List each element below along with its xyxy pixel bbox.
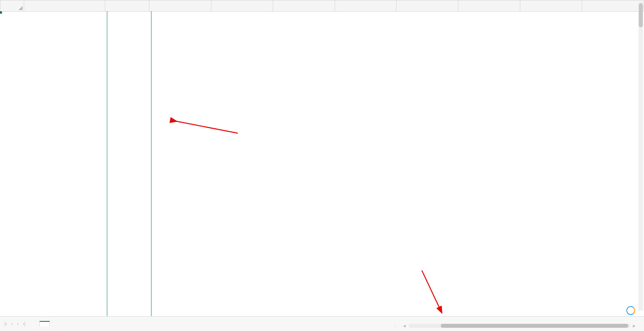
- tab-nav-prev-icon[interactable]: ‹: [10, 320, 14, 327]
- svg-line-0: [176, 121, 238, 133]
- svg-line-1: [422, 270, 441, 311]
- tab-nav-buttons: |‹ ‹ › ›|: [0, 320, 30, 327]
- watermark-logo-icon: [626, 306, 635, 315]
- col-head-F[interactable]: [273, 0, 335, 12]
- horizontal-scroll-thumb[interactable]: [441, 324, 628, 328]
- hscroll-left-icon[interactable]: ◄: [400, 323, 409, 328]
- tab-nav-last-icon[interactable]: ›|: [21, 320, 27, 327]
- hscroll-right-icon[interactable]: ►: [630, 323, 638, 328]
- column-selection-overlay: [107, 11, 151, 316]
- col-head-I[interactable]: [458, 0, 520, 12]
- column-header-row: [0, 0, 644, 12]
- tab-nav-next-icon[interactable]: ›: [16, 320, 20, 327]
- col-head-J[interactable]: [520, 0, 582, 12]
- select-all-corner[interactable]: [0, 0, 24, 12]
- col-head-G[interactable]: [335, 0, 397, 12]
- vertical-scroll-thumb[interactable]: [639, 3, 643, 27]
- col-head-H[interactable]: [397, 0, 458, 12]
- spreadsheet-area: [0, 0, 644, 316]
- annotation-arrow-2: [417, 268, 449, 316]
- horizontal-scroll-region: ⋮ ◄ ►: [393, 323, 638, 329]
- vertical-scrollbar[interactable]: [638, 2, 643, 311]
- active-cell-outline: [0, 12, 2, 13]
- horizontal-scrollbar[interactable]: [409, 324, 630, 328]
- col-head-E[interactable]: [211, 0, 273, 12]
- col-head-C[interactable]: [105, 0, 149, 12]
- col-head-D[interactable]: [149, 0, 211, 12]
- hscroll-split-icon[interactable]: ⋮: [393, 323, 400, 329]
- annotation-arrow-1: [174, 117, 242, 139]
- col-head-K[interactable]: [582, 0, 644, 12]
- col-head-A[interactable]: [24, 0, 105, 12]
- sheet-tab-bar: |‹ ‹ › ›| ⋮ ◄ ►: [0, 316, 644, 331]
- tab-sheet2[interactable]: [30, 321, 39, 326]
- tab-sheet1[interactable]: [39, 321, 50, 327]
- watermark: [626, 306, 637, 315]
- tab-nav-first-icon[interactable]: |‹: [3, 320, 8, 327]
- add-sheet-button[interactable]: [50, 322, 56, 325]
- grid[interactable]: [0, 0, 644, 12]
